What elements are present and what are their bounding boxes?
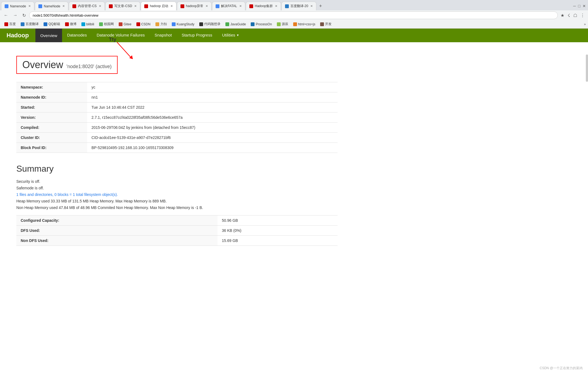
bookmark-weibo[interactable]: 微博	[63, 21, 79, 27]
address-input[interactable]	[29, 11, 558, 19]
hadoop-brand: Hadoop	[0, 29, 35, 42]
table-row-block-pool-id: Block Pool ID: BP-529810495-192.168.10.1…	[16, 143, 338, 153]
bookmark-favicon	[293, 22, 297, 26]
label-non-dfs-used: Non DFS Used:	[16, 236, 218, 246]
bookmark-kuangstudy[interactable]: KuangStudy	[170, 22, 197, 27]
bookmark-javaguide[interactable]: JavaGuide	[223, 22, 248, 27]
overview-title-section: Tty Overview 'node1:8020' (active)	[16, 56, 338, 74]
bookmark-htmlcssjs[interactable]: html+css+js	[291, 22, 317, 27]
tab-close[interactable]: ✕	[310, 4, 313, 8]
bookmark-favicon	[320, 22, 324, 26]
hadoop-nav: Hadoop Overview Datanodes Datanode Volum…	[0, 29, 588, 42]
tab-label: Hadoop集群	[255, 4, 273, 8]
summary-security: Security is off.	[16, 179, 338, 184]
bookmark-baidu[interactable]: 百度	[2, 21, 18, 27]
tab-neirong[interactable]: 内容管理-CS ✕	[69, 2, 105, 10]
label-compiled: Compiled:	[16, 123, 87, 133]
bookmark-favicon	[99, 22, 103, 26]
new-tab-button[interactable]: +	[317, 3, 324, 9]
table-row-namespace: Namespace: yc	[16, 82, 338, 92]
tab-label: hadoop 启动	[150, 4, 168, 8]
nav-overview[interactable]: Overview	[35, 29, 62, 42]
label-cluster-id: Cluster ID:	[16, 133, 87, 143]
label-configured-capacity: Configured Capacity:	[16, 216, 218, 226]
bookmark-qqmail[interactable]: QQ邮箱	[41, 21, 62, 27]
tab-close[interactable]: ✕	[239, 4, 242, 8]
tab-hadoop-active[interactable]: hadoop 启动 ✕	[141, 2, 176, 10]
bookmark-label: Gitee	[124, 22, 131, 26]
nav-datanodes[interactable]: Datanodes	[62, 29, 92, 42]
profile-button[interactable]: ☖	[572, 12, 578, 19]
nav-utilities[interactable]: Utilities ▼	[217, 29, 244, 42]
bookmark-csdn[interactable]: CSDN	[134, 22, 153, 27]
label-namespace: Namespace:	[16, 82, 87, 92]
bookmark-campus[interactable]: 校园网	[97, 21, 116, 27]
summary-heap: Heap Memory used 33.33 MB of 131.5 MB He…	[16, 199, 338, 203]
extensions-button[interactable]: ☇	[566, 12, 571, 19]
refresh-button[interactable]: ↻	[21, 12, 27, 19]
tab-namenode2[interactable]: NameNode ✕	[35, 2, 69, 10]
bookmarks-more[interactable]: »	[584, 22, 586, 26]
summary-nonheap: Non Heap Memory used 47.84 MB of 48.96 M…	[16, 205, 338, 210]
nav-items: Overview Datanodes Datanode Volume Failu…	[35, 29, 244, 42]
tab-close[interactable]: ✕	[206, 4, 208, 8]
bookmark-favicon	[65, 22, 69, 26]
back-button[interactable]: ←	[2, 12, 10, 18]
tab-close[interactable]: ✕	[134, 4, 137, 8]
bookmark-label: ProcessOn	[256, 22, 272, 26]
bookmark-gitee[interactable]: Gitee	[117, 22, 134, 27]
tab-favicon	[72, 4, 76, 8]
nav-startup-progress[interactable]: Startup Progress	[177, 29, 217, 42]
bookmark-favicon	[4, 22, 8, 26]
scrollbar[interactable]	[586, 54, 588, 82]
bookmark-label: 百度	[9, 22, 16, 26]
bookmark-favicon	[225, 22, 229, 26]
value-namenode-id: nn1	[87, 92, 338, 102]
tab-fatal[interactable]: 解决FATAL ✕	[212, 2, 245, 10]
bookmark-label: 代码随想录	[204, 22, 220, 26]
bookmark-yuanchen[interactable]: 源辰	[275, 21, 290, 27]
bookmark-favicon	[119, 22, 122, 26]
summary-files: 1 files and directories, 0 blocks = 1 to…	[16, 192, 338, 197]
forward-button[interactable]: →	[11, 12, 19, 18]
utilities-label: Utilities	[222, 33, 235, 37]
tab-xiewenzhang[interactable]: 写文章-CSD ✕	[105, 2, 140, 10]
bookmark-daima[interactable]: 代码随想录	[197, 21, 223, 27]
tab-hadoop-cluster[interactable]: Hadoop集群 ✕	[246, 2, 281, 10]
value-cluster-id: CID-acdcd1ee-5139-431e-a907-d7e228271bf6	[87, 133, 338, 143]
nav-snapshot[interactable]: Snapshot	[150, 29, 177, 42]
tab-baidu-translate[interactable]: 百度翻译-20 ✕	[281, 2, 316, 10]
tab-close[interactable]: ✕	[62, 4, 65, 8]
chevron-down-icon: ▼	[236, 34, 239, 37]
bookmark-bilibili[interactable]: bilibili	[79, 22, 96, 27]
bookmark-kaifa[interactable]: 开发	[318, 21, 334, 27]
tab-namenode1[interactable]: Namenode ✕	[1, 2, 34, 10]
summary-files-link[interactable]: 1 files and directories, 0 blocks = 1 to…	[16, 192, 118, 197]
nav-datanode-volume-failures[interactable]: Datanode Volume Failures	[92, 29, 150, 42]
tab-favicon	[144, 4, 148, 8]
tab-favicon	[38, 4, 42, 8]
browser-chrome: Namenode ✕ NameNode ✕ 内容管理-CS ✕ 写文章-CSD …	[0, 0, 588, 29]
tab-hadoop-exception[interactable]: hadoop异常 ✕	[177, 2, 212, 10]
bookmark-leetcode[interactable]: 力扣	[153, 21, 169, 27]
restore-button[interactable]: □	[578, 4, 580, 8]
value-namespace: yc	[87, 82, 338, 92]
menu-button[interactable]: ⋮	[579, 12, 586, 19]
value-compiled: 2015-06-29T06:04Z by jenkins from (detac…	[87, 123, 338, 133]
bookmark-star-button[interactable]: ★	[559, 12, 565, 19]
bookmark-baidu-translate[interactable]: 百度翻译	[19, 21, 41, 27]
minimize-button[interactable]: ─	[573, 4, 576, 8]
tab-close[interactable]: ✕	[28, 4, 31, 8]
tab-close[interactable]: ✕	[275, 4, 277, 8]
bookmark-favicon	[81, 22, 85, 26]
tab-close[interactable]: ✕	[99, 4, 101, 8]
bookmark-favicon	[136, 22, 140, 26]
label-started: Started:	[16, 102, 87, 113]
bookmark-processon[interactable]: ProcessOn	[249, 22, 274, 27]
tab-close[interactable]: ✕	[170, 4, 173, 8]
value-version: 2.7.1, r15ecc87ccf4a0228f35af08fc56de536…	[87, 113, 338, 123]
summary-table: Configured Capacity: 50.96 GB DFS Used: …	[16, 215, 338, 246]
address-bar: ← → ↻ ★ ☇ ☖ ⋮	[0, 10, 588, 20]
close-window-button[interactable]: ✕	[583, 4, 586, 8]
table-row-compiled: Compiled: 2015-06-29T06:04Z by jenkins f…	[16, 123, 338, 133]
